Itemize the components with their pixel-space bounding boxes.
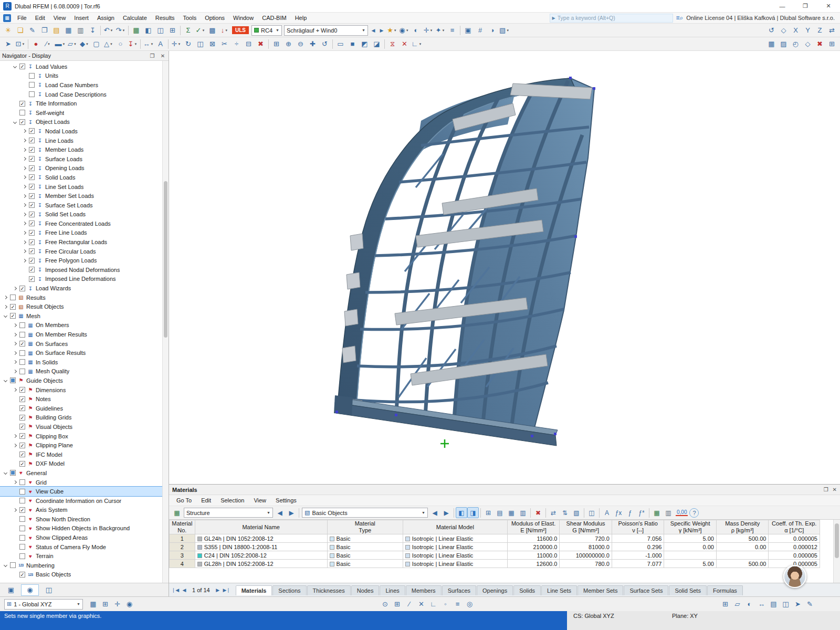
navigator-views-tab-icon[interactable]: ◫	[40, 584, 58, 596]
expander-icon[interactable]	[2, 471, 8, 474]
show-navigator-icon[interactable]: ◧	[142, 25, 154, 36]
tree-item-line-loads[interactable]: ✓↧Line Loads	[0, 136, 169, 145]
tree-checkbox-solid-set-loads[interactable]: ✓	[29, 212, 35, 217]
table-row-material-2[interactable]: 2S355 | DIN 18800-1:2008-11BasicIsotropi…	[170, 543, 820, 551]
grid-display-toggle-icon[interactable]: ⊞	[719, 598, 731, 610]
user-avatar-photo[interactable]	[783, 565, 806, 588]
object-snap-icon[interactable]: ◎	[464, 598, 476, 610]
filter-table-icon[interactable]: ▧	[571, 507, 582, 518]
tree-item-general[interactable]: ♥General	[0, 468, 169, 478]
formula-all-icon[interactable]: ƒ*	[636, 507, 647, 518]
table-tab-sections[interactable]: Sections	[272, 585, 306, 595]
tree-item-basic-objects[interactable]: ✓123Basic Objects	[0, 570, 169, 580]
tree-item-title-information[interactable]: ✓↧Title Information	[0, 99, 169, 108]
cell-modulus-e[interactable]: 11600.0	[507, 534, 560, 543]
tree-checkbox-on-surfaces[interactable]: ✓	[19, 341, 25, 346]
table-tab-lines[interactable]: Lines	[380, 585, 405, 595]
table-print-icon[interactable]: ▥	[517, 507, 529, 518]
cell-mass-density[interactable]	[716, 551, 769, 560]
move-copy-icon[interactable]: ✛▼	[170, 38, 182, 50]
expander-icon[interactable]	[12, 388, 18, 391]
cell-poisson[interactable]: 7.056	[612, 534, 664, 543]
tree-checkbox-coordinate-information-on-cursor[interactable]	[19, 498, 25, 503]
table-tab-thicknesses[interactable]: Thicknesses	[307, 585, 351, 595]
tree-item-status-of-camera-fly-mode[interactable]: ♥Status of Camera Fly Mode	[0, 542, 169, 552]
tree-checkbox-ifc-model[interactable]: ✓	[19, 452, 25, 457]
column-header-poisson-s-ratio[interactable]: Poisson's Ratioν [--]	[612, 520, 664, 534]
tree-item-notes[interactable]: ✓⚑Notes	[0, 394, 169, 404]
grid-settings-icon[interactable]: ⊞	[826, 38, 838, 50]
navigator-float-icon[interactable]: ❐	[149, 53, 156, 59]
tree-item-on-members[interactable]: ▦On Members	[0, 321, 169, 330]
snap-midpoints-icon[interactable]: ◦	[439, 598, 452, 610]
cell-material-type[interactable]: Basic	[327, 551, 403, 560]
expander-icon[interactable]	[2, 379, 8, 382]
minimize-button[interactable]: —	[771, 0, 794, 12]
tree-item-object-loads[interactable]: ✓↧Object Loads	[0, 118, 169, 127]
new-opening-icon[interactable]: ▢	[90, 38, 102, 50]
coordinate-system-combo[interactable]: ⊞ 1 - Global XYZ ▼	[4, 599, 83, 610]
tree-item-on-surfaces[interactable]: ✓▦On Surfaces	[0, 339, 169, 349]
cell-material-name[interactable]: C24 | DIN 1052:2008-12	[195, 551, 327, 560]
design-situation-combo[interactable]: RC4 ▼	[251, 25, 282, 36]
tree-item-numbering[interactable]: 123Numbering	[0, 561, 169, 570]
tree-item-opening-loads[interactable]: ✓↧Opening Loads	[0, 164, 169, 173]
column-header-material-name[interactable]: Material Name	[195, 520, 327, 534]
tree-item-line-set-loads[interactable]: ✓↧Line Set Loads	[0, 182, 169, 192]
expander-icon[interactable]	[12, 287, 18, 290]
tree-checkbox-results[interactable]	[10, 295, 16, 300]
first-table-button[interactable]: ❘◀	[171, 585, 180, 595]
expander-icon[interactable]	[12, 333, 18, 336]
expander-icon[interactable]	[21, 204, 27, 206]
connect-members-icon[interactable]: ⊟	[243, 38, 255, 50]
category-next-icon[interactable]: ▶	[440, 507, 452, 518]
view-in-x-icon[interactable]: X	[790, 25, 802, 36]
keyword-search-input[interactable]	[558, 15, 670, 21]
tree-checkbox-free-rectangular-loads[interactable]: ✓	[29, 239, 35, 245]
table-scrollbar-thumb[interactable]	[835, 523, 839, 558]
tree-item-show-clipped-areas[interactable]: ♥Show Clipped Areas	[0, 533, 169, 542]
cell-material-name[interactable]: GL28h | DIN 1052:2008-12	[195, 560, 327, 568]
column-header-material[interactable]: MaterialType	[327, 520, 403, 534]
tree-item-ifc-model[interactable]: ✓⚑IFC Model	[0, 450, 169, 459]
export-model-icon[interactable]: ↧	[87, 25, 99, 36]
tree-item-imposed-nodal-deformations[interactable]: ✓↧Imposed Nodal Deformations	[0, 265, 169, 275]
expander-icon[interactable]	[12, 352, 18, 354]
cell-material-model[interactable]: Isotropic | Linear Elastic	[403, 551, 507, 560]
select-arrow-icon[interactable]: ➤	[2, 38, 14, 50]
new-hinge-icon[interactable]: ○	[114, 38, 127, 50]
column-header-material[interactable]: MaterialNo.	[170, 520, 195, 534]
tree-checkbox-guide-objects[interactable]	[10, 377, 16, 383]
tree-checkbox-show-north-direction[interactable]	[19, 516, 25, 522]
result-values-icon[interactable]: ≡	[446, 25, 458, 36]
column-header-specific-weight[interactable]: Specific Weightγ [kN/m³]	[664, 520, 717, 534]
tree-checkbox-visual-objects[interactable]: ✓	[19, 424, 25, 429]
tree-item-dxf-model[interactable]: ✓⚑DXF Model	[0, 459, 169, 469]
tree-checkbox-surface-set-loads[interactable]: ✓	[29, 202, 35, 208]
visibility-modes-icon[interactable]: ◐	[410, 25, 422, 36]
wireframe-display-icon[interactable]: ▭	[334, 38, 346, 50]
tree-item-surface-loads[interactable]: ✓↧Surface Loads	[0, 154, 169, 164]
cell-material-model[interactable]: Isotropic | Linear Elastic	[403, 534, 507, 543]
print-graphic-icon[interactable]: ▥	[75, 25, 87, 36]
tree-checkbox-axis-system[interactable]: ✓	[19, 507, 25, 513]
tree-item-visual-objects[interactable]: ✓⚑Visual Objects	[0, 422, 169, 432]
expander-icon[interactable]	[21, 232, 27, 234]
table-tab-solids[interactable]: Solids	[513, 585, 541, 595]
new-support-icon[interactable]: △▼	[102, 38, 114, 50]
layers-toggle-icon[interactable]: ▤	[768, 598, 780, 610]
lock-toggle-icon[interactable]: ◫	[780, 598, 792, 610]
delete-row-icon[interactable]: ✖	[532, 507, 544, 518]
tree-item-load-case-descriptions[interactable]: ↧Load Case Descriptions	[0, 90, 169, 99]
cell-thermal-expansion[interactable]: 0.000005	[769, 534, 820, 543]
export-excel-icon[interactable]: ▦	[651, 507, 663, 518]
fly-mode-toggle-icon[interactable]: ➤	[792, 598, 804, 610]
tree-checkbox-basic-objects[interactable]: ✓	[19, 572, 25, 578]
new-member-icon[interactable]: ▬▼	[54, 38, 66, 50]
tree-item-member-set-loads[interactable]: ✓↧Member Set Loads	[0, 191, 169, 201]
undo-icon[interactable]: ↶▼	[102, 25, 114, 36]
expander-icon[interactable]	[21, 158, 27, 160]
snap-settings-icon[interactable]: ▦	[765, 38, 778, 50]
category-select-combo[interactable]: ▧ Basic Objects ▼	[302, 508, 428, 518]
expander-icon[interactable]	[12, 509, 18, 511]
